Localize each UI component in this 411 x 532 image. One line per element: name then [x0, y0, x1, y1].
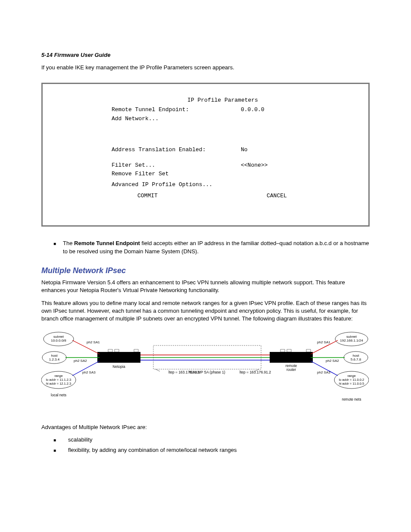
- bullet-remote-tunnel: ■ The Remote Tunnel Endpoint field accep…: [53, 240, 370, 256]
- svg-line-30: [156, 369, 160, 371]
- ph2sa1-right: ph2 SA1: [317, 340, 330, 344]
- svg-rect-2: [108, 349, 112, 352]
- page-header: 5-14 Firmware User Guide: [41, 52, 370, 58]
- svg-rect-7: [287, 349, 291, 352]
- bullet-bold: Remote Tunnel Endpoint: [74, 240, 140, 246]
- para-1: Netopia Firmware Version 5.4 offers an e…: [41, 279, 370, 294]
- cloud-right-subnet: subnet192.168.1.1/24: [335, 332, 368, 346]
- local-nets-label: local nets: [51, 393, 66, 397]
- filter-set-value: <<None>>: [241, 162, 268, 169]
- advantages-title: Advantages of Multiple Network IPsec are…: [41, 423, 370, 431]
- ph2sa1-left: ph2 SA1: [87, 340, 100, 344]
- ip-profile-box: IP Profile Parameters Remote Tunnel Endp…: [41, 83, 370, 227]
- advanced-options: Advanced IP Profile Options...: [56, 181, 241, 188]
- remote-nets-label: remote nets: [342, 397, 361, 401]
- cloud-left-host: host1.2.3.4: [42, 352, 66, 364]
- ph2sa3-right: ph2 SA3: [317, 370, 330, 374]
- para-2: This feature allows you to define many l…: [41, 299, 370, 323]
- cloud-left-subnet: subnet10.0.0.0/8: [44, 332, 74, 346]
- svg-rect-5: [270, 352, 313, 363]
- cloud-right-host: host5.6.7.8: [344, 352, 368, 364]
- cancel-button: CANCEL: [267, 193, 287, 199]
- bullet-square-icon: ■: [53, 447, 56, 454]
- bullet-square-icon: ■: [53, 240, 56, 256]
- addr-trans-label: Address Translation Enabled:: [56, 146, 241, 153]
- svg-rect-6: [280, 349, 285, 352]
- add-network: Add Network...: [56, 115, 241, 122]
- intro-text: If you enable IKE key management the IP …: [41, 64, 370, 71]
- remote-tunnel-value: 0.0.0.0: [241, 106, 265, 113]
- ph2sa3-left: ph2 SA3: [82, 370, 96, 374]
- ipsec-diagram: subnet10.0.0.0/8 host1.2.3.4 rangelo add…: [41, 328, 370, 416]
- ph2sa2-left: ph2 SA2: [74, 359, 87, 363]
- remote-router-label: remoterouter: [286, 364, 297, 372]
- addr-trans-value: No: [241, 146, 248, 153]
- remote-tunnel-label: Remote Tunnel Endpoint:: [56, 106, 241, 113]
- svg-rect-1: [97, 352, 140, 363]
- svg-rect-4: [134, 349, 138, 352]
- bullet-pre: The: [63, 240, 74, 246]
- commit-button: COMMIT: [56, 193, 267, 199]
- filter-set-label: Filter Set...: [56, 162, 241, 169]
- svg-rect-3: [115, 349, 119, 352]
- advantage-2: ■ flexibility, by adding any combination…: [41, 447, 370, 454]
- ltep-right: ltep = 163.176.91.2: [240, 370, 271, 374]
- ph2sa2-right: ph2 SA2: [326, 359, 339, 363]
- cloud-right-range: rangelo addr = 11.0.0.2hi addr = 11.0.0.…: [334, 371, 369, 389]
- cloud-left-range: rangelo addr = 11.1.2.3hi addr = 12.1.2.…: [41, 371, 76, 389]
- ip-box-title: IP Profile Parameters: [56, 97, 355, 104]
- advantage-1: ■ scalability: [41, 436, 370, 444]
- remove-filter: Remove Filter Set: [56, 171, 241, 177]
- svg-rect-8: [306, 349, 311, 352]
- bullet-square-icon: ■: [53, 436, 56, 444]
- netopia-label: Netopia: [112, 364, 125, 369]
- isakmp-label: ISAKMP SA (phase 1): [189, 370, 225, 374]
- section-title: Multiple Network IPsec: [41, 266, 370, 275]
